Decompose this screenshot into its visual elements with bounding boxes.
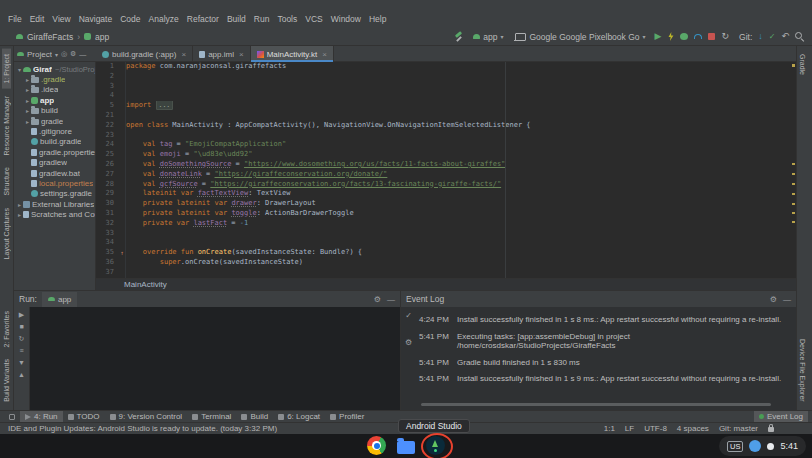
tree-item-giraffefacts[interactable]: ▾GiraffeFacts~/StudioProjects/GiraffeFac…: [14, 64, 95, 74]
scroll-up-icon[interactable]: ▲: [18, 371, 25, 379]
tree-item-gradle-properties[interactable]: gradle.properties: [14, 147, 95, 157]
toolwindow-button-build[interactable]: Build: [236, 411, 273, 423]
code-line[interactable]: 35↑ override fun onCreate(savedInstanceS…: [96, 248, 796, 258]
debug-button[interactable]: [680, 33, 688, 40]
menu-build[interactable]: Build: [223, 13, 250, 25]
menu-tools[interactable]: Tools: [273, 13, 301, 25]
tool-stripe-2-favorites[interactable]: 2: Favorites: [2, 306, 11, 353]
tab-mainactivity-kt[interactable]: MainActivity.kt×: [251, 46, 334, 62]
line-number[interactable]: 31: [96, 209, 118, 219]
line-number[interactable]: 24: [96, 140, 118, 150]
line-number[interactable]: 23: [96, 131, 118, 141]
line-number[interactable]: 1: [96, 62, 118, 72]
tree-item-gradle[interactable]: ▸gradle: [14, 116, 95, 126]
chevron-down-icon[interactable]: ▾: [16, 66, 23, 73]
rerun-icon[interactable]: ▶: [19, 311, 24, 319]
tab-app-iml[interactable]: app.iml×: [193, 46, 250, 62]
line-number[interactable]: 28: [96, 180, 118, 190]
status-utf-8[interactable]: UTF-8: [644, 424, 667, 433]
code-line[interactable]: 24 val tag = "EmojiCompatApplication": [96, 140, 796, 150]
tree-item-app[interactable]: ▸app: [14, 95, 95, 105]
chevron-right-icon[interactable]: ▸: [24, 107, 31, 114]
line-number[interactable]: 35: [96, 248, 118, 258]
code-line[interactable]: 1package com.naranjaconsal.giraffefacts: [96, 62, 796, 72]
status-1-1[interactable]: 1:1: [604, 424, 615, 433]
tool-stripe-build-variants[interactable]: Build Variants: [2, 354, 11, 407]
minimize-icon[interactable]: —: [387, 295, 395, 304]
code-line[interactable]: 25 val emoji = "\ud83e\udd92": [96, 150, 796, 160]
toolwindow-button-9-version-control[interactable]: 9: Version Control: [105, 411, 188, 423]
menu-refactor[interactable]: Refactor: [183, 13, 223, 25]
line-number[interactable]: 34: [96, 238, 118, 248]
status-lf[interactable]: LF: [625, 424, 634, 433]
settings-gear-icon[interactable]: ⚙: [405, 338, 412, 347]
stop-button[interactable]: [708, 33, 715, 40]
status-4-spaces[interactable]: 4 spaces: [677, 424, 709, 433]
code-line[interactable]: 37: [96, 268, 796, 278]
close-icon[interactable]: ×: [239, 50, 244, 59]
chevron-right-icon[interactable]: ▸: [24, 86, 31, 93]
menu-file[interactable]: File: [4, 13, 26, 25]
toolwindow-button-6-logcat[interactable]: 6: Logcat: [273, 411, 325, 423]
tree-item-gradlew-bat[interactable]: gradlew.bat: [14, 168, 95, 178]
code-line[interactable]: 4: [96, 91, 796, 101]
code-line[interactable]: 30 private lateinit var drawer: DrawerLa…: [96, 199, 796, 209]
tree-item-local-properties[interactable]: local.properties: [14, 178, 95, 188]
line-number[interactable]: 37: [96, 268, 118, 278]
toolwindow-button-toolwindows[interactable]: [4, 411, 20, 423]
line-number[interactable]: 32: [96, 219, 118, 229]
toolwindow-button-terminal[interactable]: Terminal: [187, 411, 236, 423]
settings-gear-icon[interactable]: ⚙: [70, 50, 76, 58]
chevron-right-icon[interactable]: ▸: [16, 211, 23, 218]
chevron-right-icon[interactable]: ▸: [24, 76, 31, 83]
code-line[interactable]: 23: [96, 131, 796, 141]
menu-view[interactable]: View: [48, 13, 74, 25]
line-number[interactable]: 22: [96, 121, 118, 131]
account-avatar-icon[interactable]: [749, 440, 761, 452]
build-hammer-icon[interactable]: [454, 32, 464, 42]
lock-icon[interactable]: [768, 427, 774, 432]
code-line[interactable]: 22open class MainActivity : AppCompatAct…: [96, 121, 796, 131]
chevron-right-icon[interactable]: ▸: [24, 118, 31, 125]
code-line[interactable]: 28 val gcfSource = "https://giraffeconse…: [96, 180, 796, 190]
chevron-right-icon[interactable]: ▸: [24, 97, 31, 104]
code-line[interactable]: 33: [96, 229, 796, 239]
stop-icon[interactable]: ■: [19, 323, 23, 331]
tree-item-gitignore[interactable]: .gitignore: [14, 126, 95, 136]
settings-gear-icon[interactable]: ⚙: [770, 295, 777, 304]
wrap-icon[interactable]: ✓: [405, 311, 412, 320]
code-line[interactable]: 31 private lateinit var toggle: ActionBa…: [96, 209, 796, 219]
scroll-down-icon[interactable]: ▼: [18, 359, 25, 367]
git-revert-icon[interactable]: ↶: [781, 32, 789, 41]
locate-icon[interactable]: ◎: [61, 50, 67, 58]
apply-changes-icon[interactable]: [667, 32, 674, 41]
code-line[interactable]: 5import ...: [96, 101, 796, 111]
tree-item-gradlew[interactable]: gradlew: [14, 158, 95, 168]
tab-build-gradle-app[interactable]: build.gradle (:app)×: [96, 46, 193, 62]
menu-edit[interactable]: Edit: [26, 13, 49, 25]
tool-stripe-gradle[interactable]: Gradle: [798, 49, 807, 80]
code-line[interactable]: 36 super.onCreate(savedInstanceState): [96, 258, 796, 268]
breadcrumb-class[interactable]: MainActivity: [124, 280, 167, 289]
menu-vcs[interactable]: VCS: [301, 13, 326, 25]
files-app-icon[interactable]: [397, 441, 415, 454]
toolwindow-button-event-log[interactable]: Event Log: [754, 411, 808, 423]
run-console[interactable]: ▶■↻≡▼▲: [14, 307, 400, 411]
project-panel-title[interactable]: Project: [27, 50, 52, 59]
menu-help[interactable]: Help: [365, 13, 390, 25]
chrome-icon[interactable]: [367, 436, 386, 455]
line-number[interactable]: 4: [96, 91, 118, 101]
code-line[interactable]: 21: [96, 111, 796, 121]
notification-icon[interactable]: [767, 443, 774, 450]
run-button[interactable]: ▶: [655, 32, 662, 41]
run-config-selector[interactable]: app ▾: [470, 30, 506, 44]
menu-navigate[interactable]: Navigate: [75, 13, 117, 25]
status-git-master[interactable]: Git: master: [719, 424, 758, 433]
tree-item-gradle[interactable]: ▸.gradle: [14, 74, 95, 84]
line-number[interactable]: 3: [96, 82, 118, 92]
clock[interactable]: 5:41: [780, 441, 798, 451]
restart-icon[interactable]: ↻: [19, 335, 25, 343]
close-icon[interactable]: ×: [181, 50, 186, 59]
device-selector[interactable]: Google Google Pixelbook Go ▾: [512, 30, 648, 44]
code-editor[interactable]: 1package com.naranjaconsal.giraffefacts2…: [96, 62, 796, 278]
